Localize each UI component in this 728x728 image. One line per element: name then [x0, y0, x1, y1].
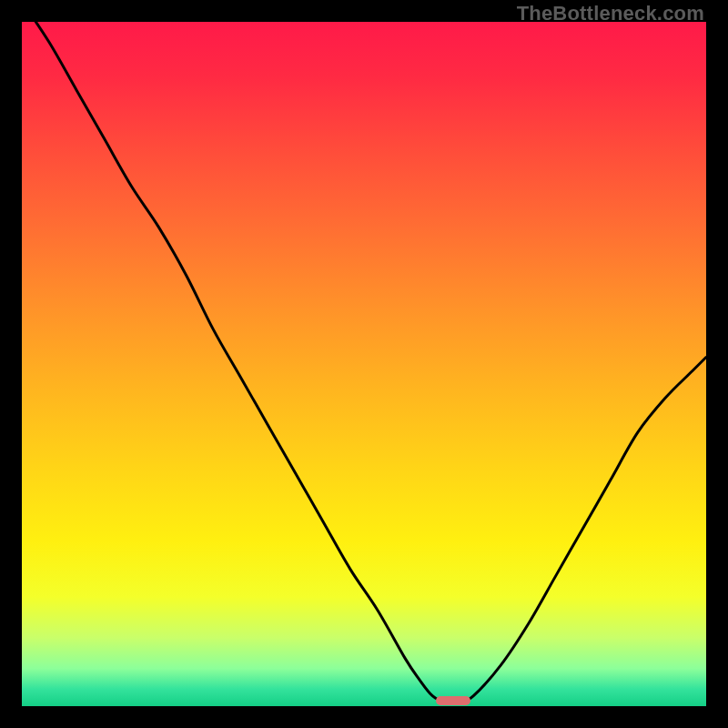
optimal-marker: [436, 696, 470, 706]
chart-frame: [22, 22, 706, 706]
watermark-text: TheBottleneck.com: [517, 2, 704, 25]
curve-path: [22, 22, 706, 703]
bottleneck-curve: [22, 22, 706, 706]
